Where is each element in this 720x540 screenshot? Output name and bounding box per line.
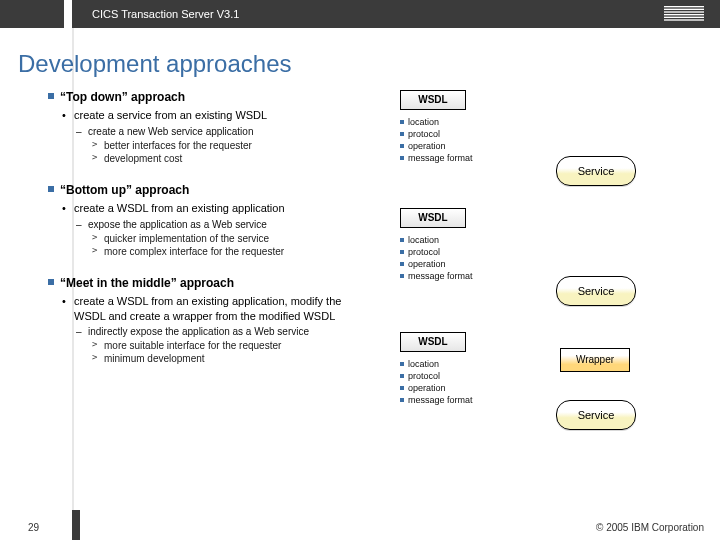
heading-text: “Top down” approach bbox=[60, 90, 185, 104]
bullet-square-icon bbox=[48, 93, 54, 99]
wsdl-box: WSDL bbox=[400, 90, 466, 110]
section-heading: “Top down” approach bbox=[48, 90, 720, 104]
ibm-logo-icon bbox=[662, 6, 706, 24]
svg-rect-1 bbox=[664, 9, 704, 10]
content-area: “Top down” approach create a service fro… bbox=[0, 84, 720, 365]
heading-text: “Meet in the middle” approach bbox=[60, 276, 234, 290]
wrapper-box: Wrapper bbox=[560, 348, 630, 372]
attr-item: message format bbox=[400, 270, 473, 282]
attr-item: location bbox=[400, 358, 473, 370]
wsdl-attrs: location protocol operation message form… bbox=[400, 116, 473, 165]
bullet-l2: create a new Web service application bbox=[48, 125, 348, 138]
bullet-l2: indirectly expose the application as a W… bbox=[48, 325, 348, 338]
wsdl-attrs: location protocol operation message form… bbox=[400, 358, 473, 407]
attr-item: protocol bbox=[400, 246, 473, 258]
attr-item: protocol bbox=[400, 128, 473, 140]
attr-item: location bbox=[400, 116, 473, 128]
attr-item: operation bbox=[400, 140, 473, 152]
svg-rect-2 bbox=[664, 11, 704, 12]
bullet-l1: create a WSDL from an existing applicati… bbox=[48, 294, 348, 324]
bullet-square-icon bbox=[48, 279, 54, 285]
page-number: 29 bbox=[28, 522, 39, 533]
product-name: CICS Transaction Server V3.1 bbox=[92, 8, 239, 20]
footer-bar-icon bbox=[72, 510, 80, 540]
bullet-l3: quicker implementation of the service bbox=[48, 232, 720, 245]
bullet-l1: create a service from an existing WSDL bbox=[48, 108, 348, 123]
section-bottom-up: “Bottom up” approach create a WSDL from … bbox=[48, 183, 720, 258]
attr-item: operation bbox=[400, 258, 473, 270]
attr-item: message format bbox=[400, 152, 473, 164]
svg-rect-3 bbox=[664, 14, 704, 15]
svg-rect-4 bbox=[664, 17, 704, 18]
bullet-square-icon bbox=[48, 186, 54, 192]
attr-item: message format bbox=[400, 394, 473, 406]
svg-rect-5 bbox=[664, 19, 704, 20]
page-title: Development approaches bbox=[0, 28, 720, 84]
service-box: Service bbox=[556, 276, 636, 306]
bullet-l1: create a WSDL from an existing applicati… bbox=[48, 201, 348, 216]
top-bar: CICS Transaction Server V3.1 bbox=[0, 0, 720, 28]
top-bar-ledge bbox=[72, 0, 80, 28]
bullet-l3: more complex interface for the requester bbox=[48, 245, 720, 258]
svg-rect-0 bbox=[664, 6, 704, 7]
bullet-l2: expose the application as a Web service bbox=[48, 218, 348, 231]
service-box: Service bbox=[556, 400, 636, 430]
attr-item: operation bbox=[400, 382, 473, 394]
heading-text: “Bottom up” approach bbox=[60, 183, 189, 197]
wsdl-box: WSDL bbox=[400, 208, 466, 228]
service-box: Service bbox=[556, 156, 636, 186]
attr-item: location bbox=[400, 234, 473, 246]
copyright: © 2005 IBM Corporation bbox=[596, 522, 704, 533]
bullet-l3: better interfaces for the requester bbox=[48, 139, 720, 152]
footer: 29 © 2005 IBM Corporation bbox=[0, 514, 720, 540]
wsdl-box: WSDL bbox=[400, 332, 466, 352]
attr-item: protocol bbox=[400, 370, 473, 382]
wsdl-attrs: location protocol operation message form… bbox=[400, 234, 473, 283]
section-top-down: “Top down” approach create a service fro… bbox=[48, 90, 720, 165]
